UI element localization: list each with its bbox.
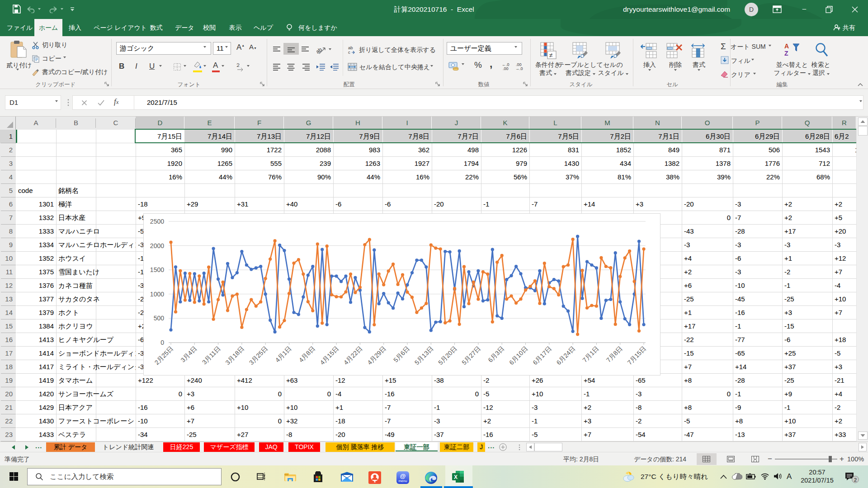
svg-text:@: @ [400, 473, 406, 479]
svg-text:4月15日: 4月15日 [319, 345, 340, 366]
svg-text:4月1日: 4月1日 [274, 345, 292, 364]
svg-text:5月20日: 5月20日 [437, 345, 458, 366]
svg-text:1000: 1000 [150, 291, 164, 298]
svg-text:5月6日: 5月6日 [392, 345, 411, 364]
svg-text:A: A [784, 42, 789, 50]
svg-text:6月17日: 6月17日 [531, 345, 553, 366]
svg-text:500: 500 [154, 314, 165, 322]
svg-text:menu: menu [399, 479, 407, 483]
svg-text:6月10日: 6月10日 [508, 345, 529, 366]
svg-text:２: ２ [236, 62, 241, 68]
svg-text:6月3日: 6月3日 [486, 345, 505, 364]
svg-text:3月4日: 3月4日 [179, 345, 198, 364]
svg-text:3月11日: 3月11日 [201, 345, 222, 366]
svg-text:5月13日: 5月13日 [413, 345, 435, 366]
svg-text:X: X [454, 474, 458, 480]
svg-text:4月22日: 4月22日 [342, 345, 364, 366]
svg-text:4月29日: 4月29日 [366, 345, 387, 366]
svg-text:2000: 2000 [150, 242, 164, 249]
svg-text:0: 0 [160, 339, 164, 346]
svg-text:7月15日: 7月15日 [626, 345, 647, 366]
svg-text:3月18日: 3月18日 [224, 345, 245, 366]
svg-text:7月1日: 7月1日 [581, 345, 600, 364]
svg-text:6月24日: 6月24日 [555, 345, 577, 366]
svg-text:1500: 1500 [150, 266, 164, 273]
svg-text:5月27日: 5月27日 [460, 345, 482, 366]
svg-text:2500: 2500 [150, 218, 164, 225]
svg-text:≠: ≠ [549, 52, 553, 59]
svg-text:.00: .00 [503, 66, 509, 70]
svg-text:3月25日: 3月25日 [248, 345, 269, 366]
svg-text:2月25日: 2月25日 [153, 345, 175, 366]
svg-text:c: c [348, 50, 350, 54]
svg-text:4月8日: 4月8日 [297, 345, 316, 364]
svg-text:Z: Z [784, 50, 788, 57]
svg-text:7月8日: 7月8日 [605, 345, 624, 364]
